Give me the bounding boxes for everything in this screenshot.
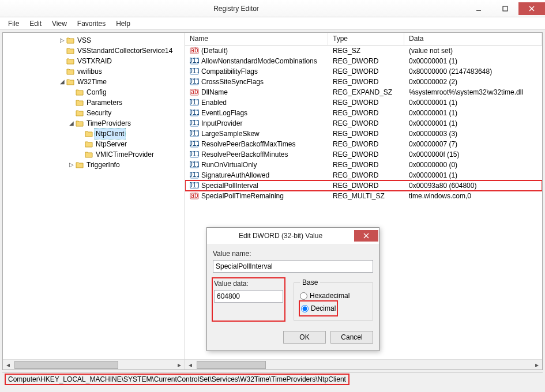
radio-dec-input[interactable] <box>301 305 309 312</box>
value-data: 0x00093a80 (604800) <box>404 182 542 190</box>
registry-value-row[interactable]: 011AllowNonstandardModeCombinationsREG_D… <box>185 56 542 66</box>
col-data[interactable]: Data <box>404 33 542 45</box>
value-icon: 011 <box>190 98 199 107</box>
registry-value-row[interactable]: abSpecialPollTimeRemainingREG_MULTI_SZti… <box>185 191 542 201</box>
value-data-input[interactable] <box>214 290 283 303</box>
registry-value-row[interactable]: 011SpecialPollIntervalREG_DWORD0x00093a8… <box>185 180 542 191</box>
folder-icon <box>66 47 76 55</box>
registry-value-row[interactable]: 011ResolvePeerBackoffMaxTimesREG_DWORD0x… <box>185 139 542 149</box>
menu-view[interactable]: View <box>47 18 72 29</box>
value-name: SpecialPollInterval <box>201 182 258 190</box>
tree-node[interactable]: ◢W32Time <box>3 77 185 87</box>
value-icon: ab <box>190 191 199 201</box>
svg-text:011: 011 <box>190 67 199 75</box>
value-icon: ab <box>190 88 199 97</box>
col-name[interactable]: Name <box>185 33 328 45</box>
tree-node[interactable]: Parameters <box>3 97 185 108</box>
dialog-titlebar: Edit DWORD (32-bit) Value <box>207 228 379 244</box>
radio-dec[interactable]: Decimal <box>301 303 336 314</box>
value-name: ResolvePeerBackoffMaxTimes <box>201 140 295 148</box>
radio-hex[interactable]: Hexadecimal <box>300 290 367 301</box>
registry-value-row[interactable]: 011SignatureAuthAllowedREG_DWORD0x000000… <box>185 170 542 180</box>
col-type[interactable]: Type <box>328 33 404 45</box>
close-button[interactable] <box>518 2 545 15</box>
tree-node[interactable]: NtpClient <box>3 129 185 139</box>
expand-icon[interactable]: ▷ <box>58 35 66 46</box>
registry-value-row[interactable]: abDllNameREG_EXPAND_SZ%systemroot%\syste… <box>185 87 542 97</box>
menu-edit[interactable]: Edit <box>25 18 46 29</box>
registry-value-row[interactable]: 011RunOnVirtualOnlyREG_DWORD0x00000000 (… <box>185 160 542 170</box>
value-data: 0x00000001 (1) <box>404 99 542 107</box>
ok-button[interactable]: OK <box>283 331 326 344</box>
value-type: REG_DWORD <box>328 171 404 179</box>
scroll-right-icon[interactable]: ▸ <box>174 360 185 370</box>
menu-favorites[interactable]: Favorites <box>73 18 110 29</box>
tree-hscroll[interactable]: ◂ ▸ <box>3 359 185 370</box>
scroll-thumb[interactable] <box>197 361 266 369</box>
menu-file[interactable]: File <box>3 18 24 29</box>
folder-icon <box>85 130 94 138</box>
expand-icon[interactable]: ◢ <box>58 77 66 87</box>
scroll-left-icon[interactable]: ◂ <box>185 360 196 370</box>
maximize-button[interactable] <box>492 2 518 15</box>
tree-node[interactable]: ▷TriggerInfo <box>3 160 185 170</box>
value-icon: 011 <box>190 181 199 190</box>
value-data: 0x00000002 (2) <box>404 78 542 86</box>
expand-icon[interactable]: ▷ <box>67 160 76 170</box>
value-type: REG_DWORD <box>328 140 404 148</box>
tree-node[interactable]: Config <box>3 87 185 97</box>
registry-value-row[interactable]: 011EnabledREG_DWORD0x00000001 (1) <box>185 97 542 108</box>
folder-icon <box>66 57 76 65</box>
tree-label: Config <box>85 87 107 97</box>
svg-text:011: 011 <box>190 171 199 179</box>
menu-help[interactable]: Help <box>111 18 135 29</box>
scroll-right-icon[interactable]: ▸ <box>532 360 542 370</box>
value-type: REG_DWORD <box>328 67 404 76</box>
tree-node[interactable]: VSStandardCollectorService14 <box>3 46 185 56</box>
registry-value-row[interactable]: 011CompatibilityFlagsREG_DWORD0x80000000… <box>185 66 542 77</box>
svg-text:011: 011 <box>190 56 199 65</box>
scroll-thumb[interactable] <box>14 361 118 369</box>
registry-value-row[interactable]: 011ResolvePeerBackoffMinutesREG_DWORD0x0… <box>185 149 542 160</box>
value-icon: 011 <box>190 119 199 128</box>
value-name: CrossSiteSyncFlags <box>201 78 264 86</box>
value-type: REG_DWORD <box>328 99 404 107</box>
value-data-label: Value data: <box>214 280 283 288</box>
tree-node[interactable]: Security <box>3 108 185 118</box>
registry-value-row[interactable]: 011EventLogFlagsREG_DWORD0x00000001 (1) <box>185 108 542 118</box>
radio-hex-input[interactable] <box>300 292 307 300</box>
minimize-button[interactable] <box>465 2 492 15</box>
dialog-close-button[interactable] <box>354 230 378 242</box>
folder-icon <box>76 109 85 117</box>
tree-label: VMICTimeProvider <box>94 149 154 160</box>
tree-label: NtpClient <box>94 128 126 140</box>
scroll-left-icon[interactable]: ◂ <box>3 360 13 370</box>
value-data: 0x00000000 (0) <box>404 161 542 169</box>
tree-node[interactable]: ▷VSS <box>3 35 185 46</box>
value-icon: 011 <box>190 160 199 169</box>
tree-node[interactable]: VMICTimeProvider <box>3 149 185 160</box>
svg-text:ab: ab <box>190 88 198 96</box>
registry-value-row[interactable]: ab(Default)REG_SZ(value not set) <box>185 46 542 56</box>
expand-icon[interactable]: ◢ <box>67 118 76 129</box>
svg-text:011: 011 <box>190 98 199 106</box>
registry-value-row[interactable]: 011LargeSampleSkewREG_DWORD0x00000003 (3… <box>185 129 542 139</box>
tree-node[interactable]: NtpServer <box>3 139 185 149</box>
registry-value-row[interactable]: 011InputProviderREG_DWORD0x00000001 (1) <box>185 118 542 129</box>
tree-pane[interactable]: ▷VSSVSStandardCollectorService14VSTXRAID… <box>3 33 185 370</box>
value-name: SpecialPollTimeRemaining <box>201 192 284 200</box>
value-name: DllName <box>201 88 228 96</box>
tree-node[interactable]: VSTXRAID <box>3 56 185 66</box>
value-data: 0x00000001 (1) <box>404 171 542 179</box>
value-data: 0x00000001 (1) <box>404 109 542 117</box>
cancel-button[interactable]: Cancel <box>330 331 373 344</box>
svg-text:011: 011 <box>190 77 199 85</box>
tree-label: NtpServer <box>94 139 127 149</box>
list-hscroll[interactable]: ◂ ▸ <box>185 359 542 370</box>
tree-node[interactable]: ◢TimeProviders <box>3 118 185 129</box>
svg-text:011: 011 <box>190 140 199 148</box>
value-type: REG_DWORD <box>328 57 404 65</box>
registry-value-row[interactable]: 011CrossSiteSyncFlagsREG_DWORD0x00000002… <box>185 77 542 87</box>
value-name-input <box>213 260 373 273</box>
tree-node[interactable]: vwifibus <box>3 66 185 77</box>
